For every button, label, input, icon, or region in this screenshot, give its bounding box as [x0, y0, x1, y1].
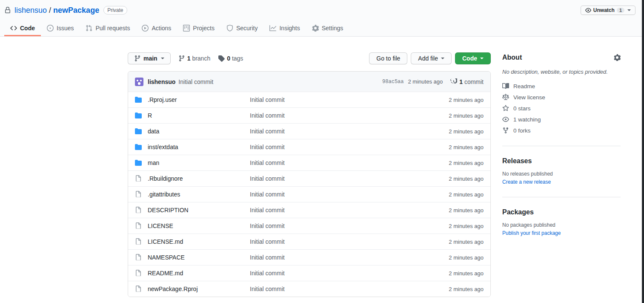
row-commit-message-link[interactable]: Initial commit [250, 207, 449, 214]
table-row[interactable]: inst/extdata Initial commit 2 minutes ag… [128, 139, 490, 155]
row-commit-message-link[interactable]: Initial commit [250, 191, 449, 198]
tab-security[interactable]: Security [220, 21, 264, 36]
table-row[interactable]: LICENSE.md Initial commit 2 minutes ago [128, 234, 490, 249]
about-item-label: 1 watching [513, 116, 541, 123]
packages-title: Packages [502, 208, 621, 216]
tab-actions[interactable]: Actions [136, 21, 177, 36]
tab-issues[interactable]: Issues [41, 21, 80, 36]
breadcrumb-separator: / [49, 6, 51, 15]
row-commit-message-link[interactable]: Initial commit [250, 144, 449, 150]
folder-icon [135, 112, 142, 119]
row-commit-message-link[interactable]: Initial commit [250, 96, 449, 103]
branch-count-label: branch [192, 55, 210, 62]
file-icon [135, 222, 142, 229]
create-release-link[interactable]: Create a new release [502, 179, 621, 185]
view-license-link[interactable]: View license [502, 94, 621, 101]
commit-author-link[interactable]: lishensuo [148, 78, 175, 85]
chevron-down-icon [441, 58, 444, 61]
row-commit-message-link[interactable]: Initial commit [250, 270, 449, 277]
row-commit-message-link[interactable]: Initial commit [250, 128, 449, 135]
stars-link[interactable]: 0 stars [502, 105, 621, 112]
file-name-link[interactable]: LICENSE.md [148, 238, 250, 245]
chevron-down-icon [480, 58, 484, 61]
row-commit-message-link[interactable]: Initial commit [250, 238, 449, 245]
file-icon [135, 207, 142, 214]
edit-about-gear-icon[interactable] [614, 54, 621, 61]
add-file-button[interactable]: Add file [411, 52, 452, 64]
file-name-link[interactable]: README.md [148, 270, 250, 277]
eye-icon [585, 7, 591, 13]
tab-label: Security [236, 25, 258, 32]
table-row[interactable]: NAMESPACE Initial commit 2 minutes ago [128, 249, 490, 265]
file-name-link[interactable]: R [148, 112, 250, 119]
file-name-link[interactable]: inst/extdata [148, 144, 250, 150]
row-commit-message-link[interactable]: Initial commit [250, 286, 449, 292]
gear-icon [312, 25, 319, 32]
file-name-link[interactable]: data [148, 128, 250, 135]
row-commit-message-link[interactable]: Initial commit [250, 175, 449, 182]
row-commit-time: 2 minutes ago [449, 128, 484, 135]
table-row[interactable]: data Initial commit 2 minutes ago [128, 123, 490, 139]
table-row[interactable]: R Initial commit 2 minutes ago [128, 107, 490, 123]
commit-count-label: commit [464, 78, 484, 85]
releases-section: Releases No releases published Create a … [502, 146, 621, 185]
table-row[interactable]: .Rproj.user Initial commit 2 minutes ago [128, 92, 490, 107]
forks-link[interactable]: 0 forks [502, 127, 621, 134]
file-name-link[interactable]: .gitattributes [148, 191, 250, 198]
releases-empty-text: No releases published [502, 171, 621, 177]
unwatch-button[interactable]: Unwatch 1 [581, 6, 635, 15]
publish-package-link[interactable]: Publish your first package [502, 230, 621, 236]
file-name-link[interactable]: man [148, 159, 250, 166]
branch-selector-button[interactable]: main [128, 52, 171, 64]
row-commit-message-link[interactable]: Initial commit [250, 112, 449, 119]
table-row[interactable]: DESCRIPTION Initial commit 2 minutes ago [128, 202, 490, 218]
file-icon [135, 286, 142, 292]
file-name-link[interactable]: NAMESPACE [148, 254, 250, 261]
shield-icon [226, 25, 233, 32]
tab-code[interactable]: Code [4, 21, 41, 36]
tag-count-label: tags [232, 55, 243, 62]
watching-link[interactable]: 1 watching [502, 116, 621, 123]
file-name-link[interactable]: LICENSE [148, 222, 250, 229]
file-name-link[interactable]: .Rbuildignore [148, 175, 250, 182]
readme-link[interactable]: Readme [502, 83, 621, 89]
file-icon [135, 270, 142, 277]
star-icon [502, 105, 509, 112]
file-browser-box: lishensuo Initial commit 98ac5aa 2 minut… [128, 71, 491, 297]
branches-link[interactable]: 1 branch [178, 55, 211, 62]
tab-pull-requests[interactable]: Pull requests [80, 21, 136, 36]
breadcrumb: lishensuo / newPackage Private [14, 6, 127, 15]
code-download-button[interactable]: Code [455, 52, 491, 64]
go-to-file-button[interactable]: Go to file [369, 52, 407, 64]
branch-count: 1 [187, 55, 191, 62]
repo-owner-link[interactable]: lishensuo [14, 6, 47, 15]
commit-sha-link[interactable]: 98ac5aa [382, 79, 404, 85]
file-name-link[interactable]: DESCRIPTION [148, 207, 250, 214]
watch-count-badge: 1 [617, 8, 624, 13]
history-icon [450, 78, 457, 85]
pull-request-icon [86, 25, 92, 32]
table-row[interactable]: man Initial commit 2 minutes ago [128, 155, 490, 170]
file-icon [135, 254, 142, 261]
repo-name-link[interactable]: newPackage [53, 6, 99, 15]
table-row[interactable]: .Rbuildignore Initial commit 2 minutes a… [128, 170, 490, 186]
table-row[interactable]: .gitattributes Initial commit 2 minutes … [128, 186, 490, 202]
table-row[interactable]: README.md Initial commit 2 minutes ago [128, 265, 490, 281]
commit-history-link[interactable]: 1 commit [450, 78, 484, 85]
row-commit-message-link[interactable]: Initial commit [250, 254, 449, 261]
file-name-link[interactable]: .Rproj.user [148, 96, 250, 103]
table-row[interactable]: LICENSE Initial commit 2 minutes ago [128, 218, 490, 234]
tab-projects[interactable]: Projects [177, 21, 220, 36]
commit-message-link[interactable]: Initial commit [178, 78, 213, 85]
row-commit-message-link[interactable]: Initial commit [250, 222, 449, 229]
tab-settings[interactable]: Settings [306, 21, 349, 36]
avatar[interactable] [135, 78, 143, 86]
table-row[interactable]: newPackage.Rproj Initial commit 2 minute… [128, 281, 490, 297]
tab-insights[interactable]: Insights [263, 21, 306, 36]
row-commit-message-link[interactable]: Initial commit [250, 159, 449, 166]
file-name-link[interactable]: newPackage.Rproj [148, 286, 250, 292]
about-item-label: Readme [513, 83, 535, 89]
fork-icon [502, 127, 509, 134]
folder-icon [135, 159, 142, 166]
tags-link[interactable]: 0 tags [218, 55, 243, 62]
